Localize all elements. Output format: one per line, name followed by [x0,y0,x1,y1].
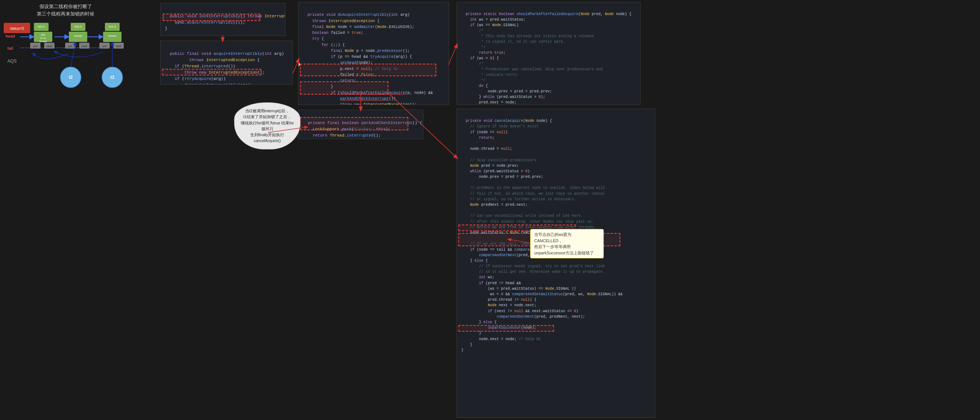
panel-should-park: private static boolean shouldParkAfterFa… [457,2,641,105]
svg-text:head: head [6,34,15,38]
svg-text:pre: pre [33,45,38,48]
svg-text:next: next [116,45,121,48]
svg-line-47 [449,44,457,65]
svg-text:WS 0: WS 0 [38,25,45,29]
panel-cancel-acquire: private void cancelAcquire(Node node) { … [457,108,655,418]
panel-do-acquire-interruptibly: private void doAcquireInterruptibly(int … [298,2,449,105]
svg-text:pre: pre [102,45,107,48]
svg-text:0->1: 0->1 [40,37,46,40]
svg-text:thread: thread [108,34,116,38]
panel-acquire-interruptibly: public final void acquireInterruptibly(i… [160,40,293,85]
svg-text:thread: thread [40,40,47,43]
svg-text:status=0: status=0 [10,27,24,30]
svg-text:pre: pre [68,45,73,48]
svg-text:WS 0: WS 0 [74,25,82,29]
svg-text:tail: tail [7,46,13,51]
svg-text:t2: t2 [69,75,73,80]
svg-text:AQS: AQS [7,59,17,64]
svg-text:WS 0: WS 0 [108,25,116,29]
svg-text:next: next [81,45,87,48]
aqs-diagram: 假设第二线程你被打断了 第三个线程再来加锁的时候 status=0 head t… [0,0,154,420]
panel-lock-interruptibly: public void lockInterruptibly() throws I… [160,3,285,36]
panel-park-check-interrupt: private final boolean parkAndCheckInterr… [298,110,423,139]
svg-text:WS: WS [41,33,45,37]
svg-text:t3: t3 [110,75,115,80]
annotation-note-cancelled: 当节点自己的ws置为CANCELLED， 然后下一步等等调用unparkSucc… [530,229,604,258]
annotation-bubble-interrupt: 当t2被调用interrupt()后， t1结束了并始加锁了之后， 继续执行fo… [234,102,301,150]
svg-text:thread: thread [74,34,82,38]
svg-text:next: next [46,45,52,48]
